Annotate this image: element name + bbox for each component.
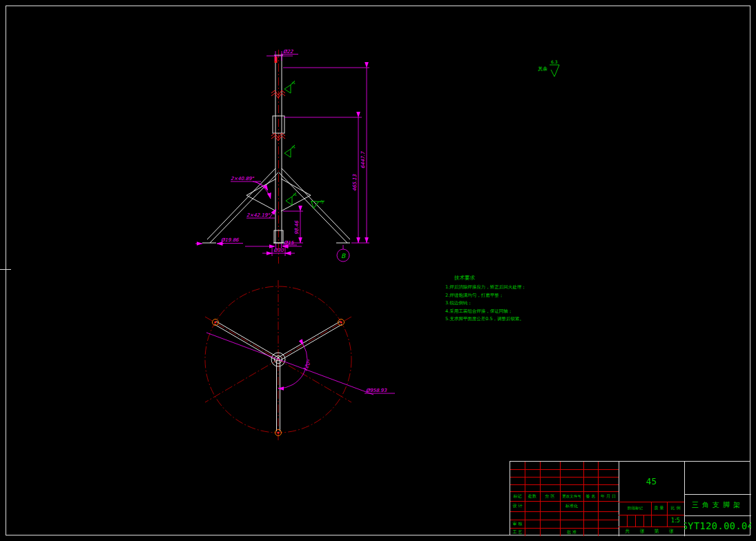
- note-item: 1.焊后消除焊接应力，矫正后回火处理；: [445, 284, 563, 292]
- dim-overall-height: 6447.7: [360, 150, 366, 168]
- revision-header-date: 年 月 日: [598, 492, 619, 501]
- surface-note-value: 6.3: [551, 59, 558, 64]
- label-sheets: 共 张 第 张: [619, 527, 684, 536]
- roughness-value: 25: [291, 146, 295, 149]
- roughness-value: 25: [291, 81, 295, 85]
- mast-geometry: [271, 55, 285, 243]
- role-design: 设 计: [510, 501, 525, 511]
- dim-angle: 120°: [302, 359, 313, 372]
- roughness-value: 25: [319, 199, 324, 205]
- drawing-sheet: 25 25 25 25 Ø22: [0, 0, 756, 541]
- roughness-mark: 25: [284, 81, 295, 93]
- front-view-dimensions: Ø22 6447.7 465.13 2×40.89° 2×42.19° Ø19: [195, 49, 369, 262]
- break-symbol-upper: [271, 90, 285, 98]
- surface-finish-note: 其余 6.3: [538, 59, 559, 77]
- dim-left-foot: Ø19.86: [221, 237, 239, 243]
- top-view: Ø958.93 120°: [205, 280, 395, 440]
- dim-angle-upper: 2×40.89°: [231, 176, 254, 181]
- surface-note-prefix: 其余: [538, 66, 547, 72]
- legs-geometry: [202, 168, 350, 243]
- title-block: 标记 处数 分 区 更改文件号 签 名 年 月 日 设 计 标准化 审 核 工 …: [510, 461, 750, 535]
- roughness-mark: 25: [286, 193, 297, 205]
- scale-value: 1:5: [667, 515, 684, 527]
- role-approve: 批 准: [560, 528, 583, 536]
- front-view: 25 25 25 25 Ø22: [195, 49, 369, 264]
- revision-header-docno: 更改文件号: [560, 492, 583, 501]
- part-name: 三角支脚架: [684, 494, 751, 515]
- dim-foot-outer: Ø30: [273, 248, 284, 253]
- dim-angle-lower: 2×42.19°: [246, 213, 270, 218]
- revision-header-signature: 签 名: [583, 492, 598, 501]
- drawing-number: SYT120.00.04: [684, 515, 751, 536]
- label-stage: 阶段标记: [619, 502, 651, 515]
- technical-notes: 技术要求 1.焊后消除焊接应力，矫正后回火处理； 2.焊缝饱满均匀，打磨平整； …: [445, 275, 563, 324]
- dim-circle-diameter: Ø958.93: [366, 388, 387, 393]
- role-process: 工 艺: [510, 528, 525, 536]
- note-item: 2.焊缝饱满均匀，打磨平整；: [445, 292, 563, 300]
- dim-tube-length: 98.46: [294, 220, 300, 235]
- roughness-icon: [550, 65, 559, 77]
- dim-foot-inner: Ø15: [284, 240, 294, 246]
- revision-header-zone: 分 区: [540, 492, 560, 501]
- notes-title: 技术要求: [445, 275, 563, 282]
- revision-header-mark: 标记: [510, 492, 525, 501]
- weld-mark: [275, 57, 278, 63]
- label-scale: 比 例: [667, 502, 684, 515]
- dim-leg-height: 465.13: [352, 174, 358, 191]
- note-item: 3.锐边倒钝；: [445, 299, 563, 308]
- detail-label: B: [341, 253, 346, 259]
- break-symbol-lower: [271, 133, 285, 141]
- top-view-dimensions: Ø958.93 120°: [206, 333, 395, 395]
- note-item: 5.支承脚平面度公差0.5，调整后锁紧。: [445, 315, 563, 324]
- role-check: 审 核: [510, 520, 525, 528]
- cad-canvas: 25 25 25 25 Ø22: [0, 0, 756, 541]
- note-item: 4.采用工装组合焊接，保证同轴；: [445, 308, 563, 316]
- roughness-value: 25: [293, 193, 297, 197]
- material: 45: [619, 462, 684, 502]
- role-standardization: 标准化: [560, 501, 583, 511]
- roughness-mark: 25: [309, 195, 325, 211]
- roughness-mark: 25: [284, 145, 295, 157]
- revision-header-count: 处数: [525, 492, 540, 501]
- label-mass: 质 量: [651, 502, 667, 515]
- sheet-border: [0, 6, 750, 535]
- dim-top-diameter: Ø22: [283, 49, 293, 55]
